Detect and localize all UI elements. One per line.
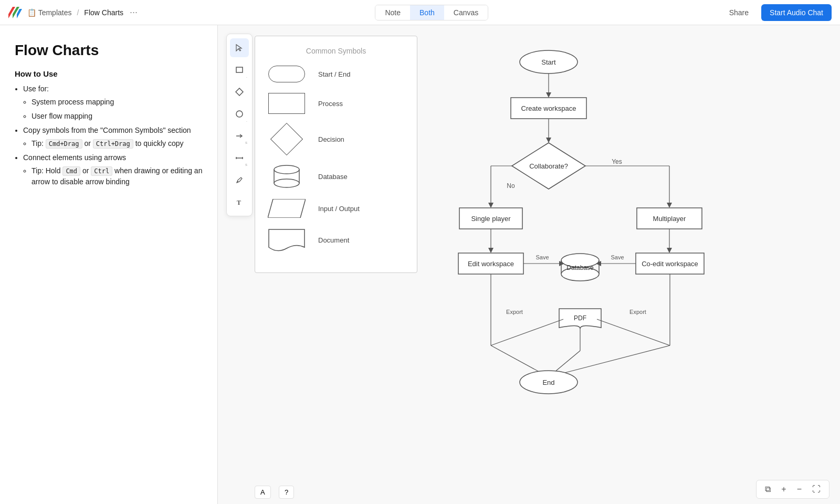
zoom-in-button[interactable]: + <box>778 484 789 495</box>
list-item-copy: Copy symbols from the "Common Symbols" s… <box>23 125 203 149</box>
list-item-use-for: Use for: System process mapping User flo… <box>23 83 203 122</box>
ctrl-drag-code: Ctrl+Drag <box>93 139 133 149</box>
decision-shape <box>266 124 308 154</box>
process-shape <box>266 93 308 114</box>
symbol-row-process: Process <box>266 93 406 114</box>
svg-line-63 <box>597 319 670 345</box>
ellipse-tool[interactable]: . <box>230 104 249 123</box>
how-to-heading: How to Use <box>15 69 203 78</box>
flowchart-diagram: Start Create workspace Collaborate? No <box>433 36 801 416</box>
database-shape <box>266 164 308 188</box>
svg-text:No: No <box>507 182 515 190</box>
copy-button[interactable]: ⧉ <box>762 484 774 495</box>
list-item-system: System process mapping <box>32 97 203 108</box>
share-button[interactable]: Share <box>723 5 755 20</box>
note-panel: Flow Charts How to Use Use for: System p… <box>0 25 218 504</box>
svg-text:Export: Export <box>506 309 523 315</box>
main-list: Use for: System process mapping User flo… <box>23 83 203 187</box>
more-menu-button[interactable]: ··· <box>127 6 141 19</box>
cmd-code: Cmd <box>62 166 80 176</box>
svg-marker-40 <box>488 248 494 253</box>
list-item-copy-tip: Tip: Cmd+Drag or Ctrl+Drag to quickly co… <box>32 138 203 149</box>
svg-marker-16 <box>268 199 306 218</box>
symbol-row-start-end: Start / End <box>266 66 406 82</box>
svg-text:Co-edit workspace: Co-edit workspace <box>642 260 698 268</box>
arrow-tool[interactable]: s <box>230 127 249 145</box>
svg-marker-4 <box>236 88 243 96</box>
breadcrumb-templates[interactable]: 📋 Templates <box>27 8 71 17</box>
document-label: Document <box>318 236 349 244</box>
io-label: Input / Output <box>318 205 360 213</box>
svg-text:T: T <box>237 199 241 206</box>
svg-text:Start: Start <box>541 58 556 66</box>
svg-point-12 <box>274 165 299 174</box>
symbol-row-io: Input / Output <box>266 199 406 218</box>
svg-rect-3 <box>236 67 243 72</box>
canvas-content: Common Symbols Start / End Process <box>255 36 830 478</box>
view-toggle: Note Both Canvas <box>375 5 488 20</box>
list-item-user: User flow mapping <box>32 111 203 122</box>
cmd-drag-code: Cmd+Drag <box>46 139 82 149</box>
database-label: Database <box>318 173 348 181</box>
svg-marker-2 <box>17 9 22 18</box>
symbol-row-decision: Decision <box>266 124 406 154</box>
svg-line-60 <box>491 319 563 345</box>
select-tool[interactable] <box>230 38 249 57</box>
tab-canvas[interactable]: Canvas <box>444 5 488 20</box>
svg-marker-34 <box>667 203 672 208</box>
text-tool[interactable]: T <box>230 193 249 212</box>
diamond-tool[interactable] <box>230 82 249 101</box>
svg-text:Collaborate?: Collaborate? <box>529 162 568 170</box>
canvas-area[interactable]: . . s s T <box>218 25 840 504</box>
symbol-row-document: Document <box>266 228 406 251</box>
process-label: Process <box>318 100 343 108</box>
svg-marker-24 <box>546 138 551 143</box>
svg-text:Database: Database <box>566 264 594 271</box>
svg-text:Save: Save <box>536 254 549 260</box>
start-end-label: Start / End <box>318 70 350 78</box>
svg-line-68 <box>549 345 670 377</box>
svg-point-15 <box>274 179 299 187</box>
page-title: Flow Charts <box>15 42 203 59</box>
svg-marker-20 <box>546 92 551 98</box>
ctrl-code: Ctrl <box>91 166 112 176</box>
header: 📋 Templates / Flow Charts ··· Note Both … <box>0 0 840 25</box>
io-shape <box>266 199 308 218</box>
svg-text:Yes: Yes <box>612 158 622 165</box>
svg-text:Export: Export <box>629 309 646 315</box>
svg-text:End: End <box>542 379 554 386</box>
zoom-out-button[interactable]: − <box>794 484 805 495</box>
svg-text:PDF: PDF <box>574 314 586 322</box>
toolbar: . . s s T <box>226 34 253 216</box>
header-right: Share Start Audio Chat <box>723 4 832 21</box>
tab-both[interactable]: Both <box>410 5 444 20</box>
font-button[interactable]: A <box>255 486 271 499</box>
app-logo <box>8 7 22 18</box>
symbols-title: Common Symbols <box>266 47 406 55</box>
svg-marker-42 <box>667 248 672 253</box>
svg-marker-30 <box>488 203 494 208</box>
svg-text:Save: Save <box>611 254 624 260</box>
line-tool[interactable]: s <box>230 149 249 167</box>
start-end-shape <box>266 66 308 82</box>
help-button[interactable]: ? <box>279 486 294 499</box>
svg-text:Create workspace: Create workspace <box>521 104 576 112</box>
document-shape <box>266 228 308 251</box>
svg-text:Edit workspace: Edit workspace <box>468 260 514 268</box>
fullscreen-button[interactable]: ⛶ <box>809 484 824 495</box>
list-item-connect-tip: Tip: Hold Cmd or Ctrl when drawing or ed… <box>32 165 203 187</box>
tab-note[interactable]: Note <box>375 5 410 20</box>
svg-point-5 <box>236 111 243 117</box>
main-layout: Flow Charts How to Use Use for: System p… <box>0 25 840 504</box>
audio-chat-button[interactable]: Start Audio Chat <box>761 4 832 21</box>
pen-tool[interactable] <box>230 171 249 190</box>
breadcrumb-flowcharts[interactable]: Flow Charts <box>84 8 123 17</box>
header-left: 📋 Templates / Flow Charts ··· <box>8 6 141 19</box>
breadcrumb-sep: / <box>77 8 79 17</box>
symbol-row-database: Database <box>266 164 406 188</box>
bottom-controls: ⧉ + − ⛶ <box>756 480 830 499</box>
rectangle-tool[interactable]: . <box>230 60 249 79</box>
list-item-connect: Connect elements using arrows Tip: Hold … <box>23 152 203 187</box>
symbols-box: Common Symbols Start / End Process <box>255 36 417 273</box>
svg-text:Multiplayer: Multiplayer <box>653 215 687 223</box>
